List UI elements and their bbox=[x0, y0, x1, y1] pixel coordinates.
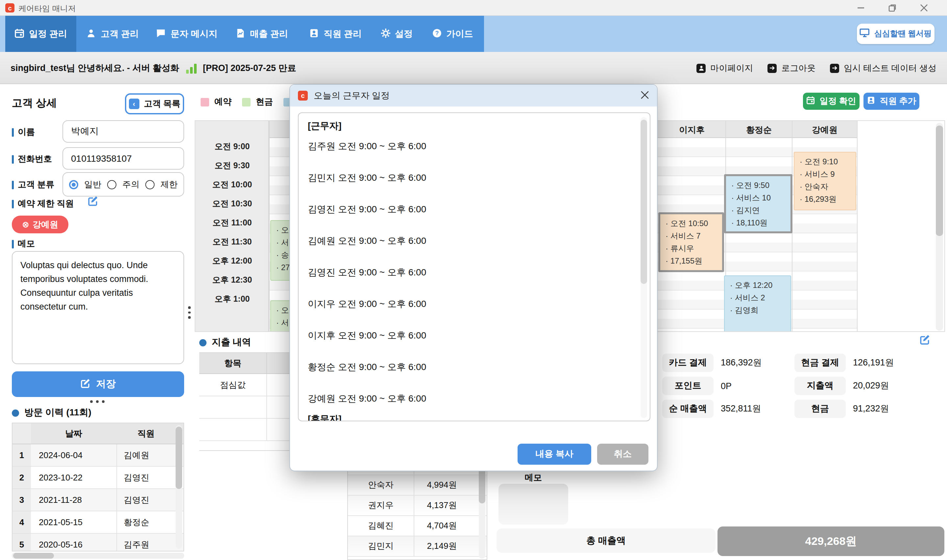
calendar-check-icon bbox=[806, 96, 815, 106]
restricted-staff-badge[interactable]: ⊗강예원 bbox=[12, 215, 68, 233]
minimize-button[interactable] bbox=[850, 0, 872, 16]
tab-label: 고객 관리 bbox=[101, 28, 139, 40]
net-sales-label: 순 매출액 bbox=[662, 400, 713, 418]
svg-text:?: ? bbox=[435, 29, 439, 36]
close-window-icon[interactable] bbox=[913, 0, 935, 16]
worker-entry: 김영진 오전 9:00 ~ 오후 6:00 bbox=[308, 204, 426, 215]
save-edit-icon bbox=[80, 378, 91, 391]
tab-staff[interactable]: 직원 관리 bbox=[299, 16, 372, 52]
webshipping-button[interactable]: 심심할땐 웹서핑 bbox=[857, 24, 935, 44]
appointment-block[interactable]: · 오전 9:10· 서비스 9· 안숙자· 16,293원 bbox=[794, 152, 856, 210]
generate-test-data-link[interactable]: 임시 테스트 데이터 생성 bbox=[830, 62, 936, 74]
table-row[interactable]: 김혜진 4,704원 bbox=[348, 516, 487, 536]
restore-button[interactable] bbox=[881, 0, 904, 16]
mypage-link[interactable]: 마이페이지 bbox=[696, 62, 753, 74]
appointment-block-selected[interactable]: · 오전 9:50· 서비스 10· 김지연· 18,110원 bbox=[724, 174, 793, 233]
app-window: c 케어타임 매니저 일정 관리 고객 관리 문자 메시지 매출 관리 bbox=[0, 0, 947, 560]
app-logo-icon: c bbox=[5, 3, 14, 12]
customer-detail-title: 고객 상세 bbox=[12, 97, 57, 111]
logout-link[interactable]: 로그아웃 bbox=[767, 62, 816, 74]
modal-scrollbar[interactable] bbox=[641, 117, 647, 418]
remove-badge-icon[interactable]: ⊗ bbox=[22, 220, 29, 229]
today-workers-modal: c 오늘의 근무자 일정 [근무자] 김주원 오전 9:00 ~ 오후 6:00… bbox=[289, 84, 658, 471]
phone-label: 전화번호 bbox=[12, 153, 52, 165]
phone-field[interactable]: 010119358107 bbox=[63, 147, 184, 169]
tab-schedule[interactable]: 일정 관리 bbox=[5, 16, 76, 52]
restricted-staff-label: 예약 제한 직원 bbox=[12, 198, 74, 210]
status-bar: singbird_test님 안녕하세요. - 서버 활성화 [PRO] 202… bbox=[0, 52, 947, 84]
appointment-block[interactable]: · 오후 12:20· 서비스 2· 김영희 bbox=[724, 275, 791, 332]
cancel-button[interactable]: 취소 bbox=[597, 444, 648, 465]
confirm-schedule-button[interactable]: 일정 확인 bbox=[803, 93, 859, 110]
visit-table-scrollbar[interactable] bbox=[176, 425, 182, 549]
license-text: [PRO] 2025-07-25 만료 bbox=[203, 62, 296, 74]
table-row[interactable]: 권지우 4,137원 bbox=[348, 495, 487, 516]
chevron-left-icon: ‹ bbox=[129, 98, 139, 109]
time-label: 오전 10:00 bbox=[195, 180, 269, 191]
add-staff-button[interactable]: 직원 추가 bbox=[864, 93, 919, 110]
table-row[interactable]: 안숙자 4,994원 bbox=[348, 475, 487, 495]
total-sales-value: 429,268원 bbox=[718, 526, 944, 556]
expense-value: 20,029원 bbox=[853, 377, 889, 395]
worker-entry: 강예원 오전 9:00 ~ 오후 6:00 bbox=[308, 393, 426, 405]
radio-restricted[interactable] bbox=[145, 180, 154, 189]
table-row[interactable]: 2 2023-10-22 김영진 bbox=[12, 467, 183, 489]
modal-close-icon[interactable] bbox=[641, 90, 649, 101]
tab-label: 가이드 bbox=[447, 28, 473, 40]
table-row[interactable]: 4 2021-05-15 황정순 bbox=[12, 511, 183, 534]
tab-label: 설정 bbox=[395, 28, 413, 40]
time-label: 오후 12:00 bbox=[195, 256, 269, 267]
tab-label: 매출 관리 bbox=[250, 28, 288, 40]
grid-scrollbar[interactable] bbox=[936, 123, 943, 331]
edit-restricted-staff-icon[interactable] bbox=[88, 195, 99, 209]
modal-schedule-text[interactable]: [근무자] 김주원 오전 9:00 ~ 오후 6:00 김민지 오전 9:00 … bbox=[298, 112, 650, 421]
person-icon bbox=[86, 28, 96, 40]
appointment-block-selected[interactable]: · 오전 10:50· 서비스 7· 류시우· 17,155원 bbox=[658, 212, 724, 272]
tab-messages[interactable]: 문자 메시지 bbox=[149, 16, 225, 52]
legend-cash-swatch bbox=[242, 98, 251, 106]
monitor-icon bbox=[860, 28, 870, 40]
table-row[interactable]: 5 2020-05-16 김주원 bbox=[12, 534, 183, 551]
card-payment-value: 186,392원 bbox=[721, 354, 762, 372]
col-staff: 직원 bbox=[116, 423, 176, 444]
tab-guide[interactable]: ? 가이드 bbox=[421, 16, 484, 52]
main-nav: 일정 관리 고객 관리 문자 메시지 매출 관리 직원 관리 설정 bbox=[0, 16, 947, 52]
radio-normal[interactable] bbox=[69, 180, 78, 189]
radio-caution[interactable] bbox=[107, 180, 116, 189]
copy-content-button[interactable]: 내용 복사 bbox=[517, 444, 591, 465]
staff-sales-scrollbar[interactable] bbox=[479, 464, 485, 559]
table-row[interactable]: 김민지 2,149원 bbox=[348, 536, 487, 557]
card-payment-label: 카드 결제 bbox=[662, 354, 713, 372]
time-label: 오전 9:30 bbox=[195, 160, 269, 172]
sales-memo-box[interactable] bbox=[499, 484, 568, 525]
splitter-handle[interactable] bbox=[188, 306, 190, 318]
worker-entry: 김주원 오전 9:00 ~ 오후 6:00 bbox=[308, 141, 426, 152]
gear-icon bbox=[380, 28, 390, 40]
tab-settings[interactable]: 설정 bbox=[372, 16, 421, 52]
edit-summary-icon[interactable] bbox=[919, 334, 930, 348]
modal-app-icon: c bbox=[298, 91, 308, 100]
memo-label: 메모 bbox=[12, 238, 35, 250]
col-item: 항목 bbox=[199, 353, 266, 373]
point-label: 포인트 bbox=[662, 377, 713, 395]
worker-entry: 김민지 오전 9:00 ~ 오후 6:00 bbox=[308, 172, 426, 184]
worker-entry: 이지우 오전 9:00 ~ 오후 6:00 bbox=[308, 298, 426, 310]
mypage-person-icon bbox=[696, 63, 706, 72]
nav-tabs: 일정 관리 고객 관리 문자 메시지 매출 관리 직원 관리 설정 bbox=[5, 16, 484, 52]
tab-sales[interactable]: 매출 관리 bbox=[225, 16, 299, 52]
modal-title: 오늘의 근무자 일정 bbox=[314, 90, 390, 102]
table-row[interactable]: 3 2021-11-28 김영진 bbox=[12, 489, 183, 511]
tab-customers[interactable]: 고객 관리 bbox=[76, 16, 149, 52]
sales-doc-icon bbox=[236, 28, 245, 40]
customer-list-button[interactable]: ‹ 고객 목록 bbox=[125, 93, 184, 114]
column-header-staff2: 황정순 bbox=[726, 124, 792, 136]
table-row[interactable]: 1 2024-06-04 김예원 bbox=[12, 444, 183, 467]
point-value: 0P bbox=[721, 377, 731, 395]
name-field[interactable]: 박예지 bbox=[63, 120, 184, 143]
memo-textarea[interactable]: Voluptas qui delectus quo. Unde temporib… bbox=[12, 251, 184, 364]
visit-table-hscrollbar[interactable] bbox=[12, 553, 184, 559]
worker-entry: 황정순 오전 9:00 ~ 오후 6:00 bbox=[308, 362, 426, 373]
tab-label: 직원 관리 bbox=[323, 28, 362, 40]
save-button[interactable]: 저장 bbox=[12, 371, 184, 397]
panel-drag-dots[interactable] bbox=[90, 400, 105, 403]
